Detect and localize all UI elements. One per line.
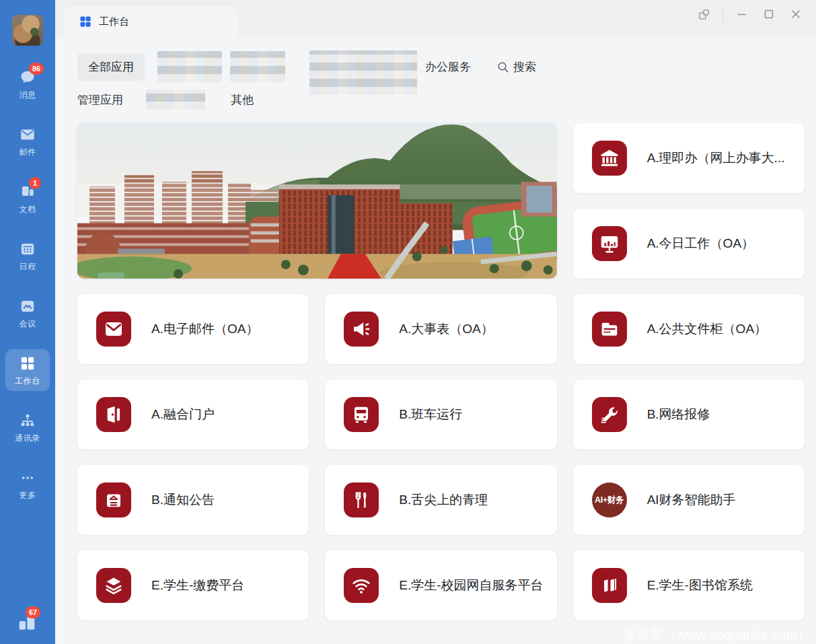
campus-banner-image[interactable]	[77, 123, 557, 279]
bank-icon	[592, 141, 627, 176]
app-tile-label: AI财务智能助手	[647, 491, 736, 509]
workbench-grid-icon	[19, 355, 36, 372]
envelope-icon	[96, 312, 131, 347]
app-tile-label: B.通知公告	[151, 491, 215, 509]
close-icon	[790, 8, 802, 20]
main-area: 工作台 全部应用	[55, 0, 816, 644]
calendar-icon	[19, 240, 36, 258]
app-tile-today-work[interactable]: A.今日工作（OA）	[573, 209, 805, 279]
app-tile-portal[interactable]: A.融合门户	[77, 380, 309, 450]
messages-unread-badge: 86	[29, 63, 44, 75]
app-tile-label: E.学生-校园网自服务平台	[399, 577, 543, 594]
app-tile-label: B.班车运行	[399, 406, 462, 423]
filter-row-2: 管理应用 其他	[77, 88, 805, 111]
meeting-icon	[19, 297, 36, 315]
sidebar-item-meeting[interactable]: 会议	[5, 292, 50, 334]
app-tile-label: E.学生-缴费平台	[151, 577, 244, 594]
mail-icon	[19, 126, 36, 143]
bottom-app-badge: 67	[26, 606, 40, 618]
censored-filter-item[interactable]	[230, 51, 285, 82]
megaphone-icon	[344, 312, 379, 347]
app-tile-label: E.学生-图书馆系统	[647, 577, 753, 594]
app-tile-label: B.网络报修	[647, 406, 710, 423]
app-tile-email[interactable]: A.电子邮件（OA）	[77, 294, 309, 364]
sidebar-item-messages[interactable]: 86 消息	[5, 63, 50, 105]
sidebar-item-docs[interactable]: 1 文档	[5, 178, 50, 219]
sidebar: 86 消息 邮件 1 文档 日程 会议	[0, 0, 55, 644]
filter-office-services[interactable]: 办公服务	[425, 59, 471, 75]
sidebar-item-contacts[interactable]: 通讯录	[5, 406, 50, 448]
app-tile-label: A.理即办（网上办事大...	[647, 149, 785, 167]
app-tile-network-repair[interactable]: B.网络报修	[573, 380, 805, 450]
app-tile-payment[interactable]: E.学生-缴费平台	[77, 550, 309, 620]
sidebar-item-label: 会议	[20, 318, 36, 330]
app-tile-label: A.今日工作（OA）	[647, 235, 754, 252]
app-tile-label: A.公共文件柜（OA）	[647, 320, 767, 338]
app-grid: A.理即办（网上办事大... A.今日工作（OA） A.电子邮件（OA） A.大…	[77, 123, 805, 620]
app-tile-events[interactable]: A.大事表（OA）	[325, 294, 556, 364]
sidebar-item-more[interactable]: 更多	[5, 464, 50, 505]
minimize-icon	[736, 8, 748, 20]
app-tile-library[interactable]: E.学生-图书馆系统	[573, 550, 805, 620]
campus-photo-illustration	[77, 123, 557, 279]
maximize-icon	[763, 8, 775, 20]
sidebar-bottom-app[interactable]: 67	[16, 612, 39, 635]
app-tile-label: A.融合门户	[151, 406, 215, 423]
censored-filter-item[interactable]	[157, 51, 222, 82]
app-tile-label: A.电子邮件（OA）	[151, 320, 258, 338]
app-tile-dining[interactable]: B.舌尖上的青理	[325, 465, 556, 535]
app-tile-campus-network[interactable]: E.学生-校园网自服务平台	[325, 550, 556, 620]
sidebar-item-mail[interactable]: 邮件	[5, 120, 50, 162]
notice-board-icon	[96, 482, 131, 517]
minimize-button[interactable]	[729, 3, 755, 26]
contacts-icon	[19, 412, 36, 429]
tab-bar: 工作台	[55, 0, 816, 37]
workbench-grid-icon	[79, 15, 92, 28]
search-button[interactable]: 搜索	[496, 59, 536, 75]
wifi-icon	[344, 568, 379, 603]
filter-all-apps[interactable]: 全部应用	[77, 53, 145, 81]
app-tile-file-cabinet[interactable]: A.公共文件柜（OA）	[573, 294, 805, 364]
books-icon	[592, 568, 627, 603]
sidebar-item-calendar[interactable]: 日程	[5, 235, 50, 277]
folder-icon	[592, 312, 627, 347]
controls-divider	[722, 8, 723, 20]
bus-icon	[344, 397, 379, 432]
app-tile-notices[interactable]: B.通知公告	[77, 465, 309, 535]
wrench-icon	[592, 397, 627, 432]
tab-title: 工作台	[99, 15, 129, 28]
search-label: 搜索	[513, 59, 536, 75]
sidebar-item-label: 邮件	[20, 147, 36, 158]
sidebar-item-label: 更多	[20, 490, 36, 501]
ai-finance-circle-icon: AI+财务	[592, 482, 627, 517]
app-tile-shuttle-bus[interactable]: B.班车运行	[325, 380, 556, 450]
ai-finance-icon-text: AI+财务	[595, 495, 624, 506]
layers-icon	[96, 568, 131, 603]
censored-filter-item[interactable]	[146, 90, 205, 110]
filter-row-1: 全部应用 办公服务 搜索	[77, 50, 805, 83]
app-tile-ai-finance[interactable]: AI+财务 AI财务智能助手	[573, 465, 805, 535]
tab-workbench[interactable]: 工作台	[64, 6, 237, 37]
cutlery-icon	[344, 482, 379, 517]
popout-icon	[698, 8, 710, 21]
popout-button[interactable]	[690, 3, 717, 26]
user-avatar[interactable]	[12, 15, 43, 46]
maximize-button[interactable]	[755, 3, 782, 26]
presentation-chart-icon	[592, 226, 627, 261]
sidebar-item-label: 文档	[20, 204, 36, 215]
sidebar-item-label: 日程	[20, 261, 36, 273]
app-tile-liqiban[interactable]: A.理即办（网上办事大...	[573, 123, 805, 193]
search-icon	[496, 61, 509, 73]
app-tile-label: B.舌尖上的青理	[399, 491, 488, 509]
sidebar-item-label: 通讯录	[15, 433, 40, 444]
sidebar-item-label: 工作台	[15, 375, 40, 387]
sidebar-item-label: 消息	[20, 90, 36, 101]
door-icon	[96, 397, 131, 432]
more-dots-icon	[19, 469, 36, 487]
close-button[interactable]	[782, 3, 809, 26]
app-window: 86 消息 邮件 1 文档 日程 会议	[0, 0, 816, 644]
filter-other[interactable]: 其他	[231, 92, 254, 108]
sidebar-item-workbench[interactable]: 工作台	[5, 349, 50, 391]
filter-manage-apps[interactable]: 管理应用	[77, 92, 123, 108]
censored-filter-item[interactable]	[309, 50, 417, 95]
